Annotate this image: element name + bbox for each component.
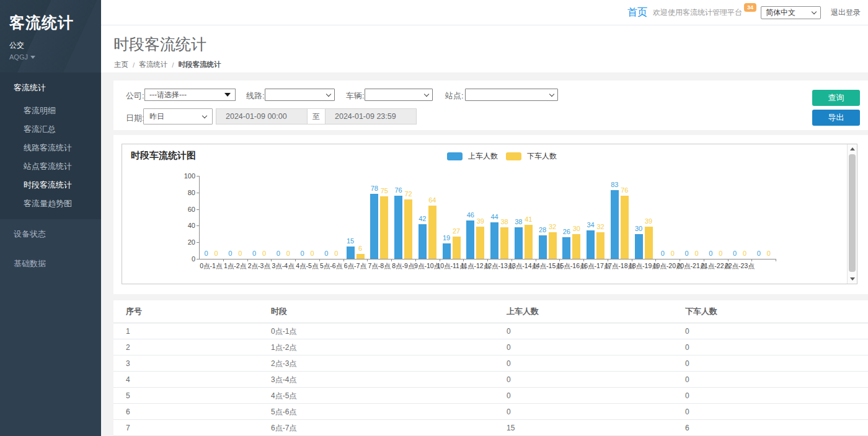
table-header-row: 序号时段上车人数下车人数 — [113, 300, 868, 323]
table-cell: 4 — [126, 375, 130, 384]
sidebar-item-客流明细[interactable]: 客流明细 — [0, 102, 101, 120]
table-cell: 0 — [507, 359, 511, 368]
sidebar-section-header[interactable]: 客流统计 — [0, 72, 101, 102]
query-button[interactable]: 查询 — [812, 90, 860, 106]
x-axis-tick — [367, 259, 368, 261]
table-row: 76点-7点156 — [113, 420, 868, 436]
table-cell: 0 — [685, 408, 689, 416]
chart-bar — [621, 196, 629, 259]
table-cell: 0 — [507, 343, 511, 352]
table-cell: 2 — [126, 343, 130, 352]
language-select[interactable]: 简体中文 — [761, 6, 821, 19]
topbar: 首页 欢迎使用客流统计管理平台 34 简体中文 退出登录 — [101, 0, 868, 25]
x-axis-tick — [247, 259, 248, 261]
chart-bar — [466, 220, 474, 259]
table-cell: 3点-4点 — [271, 374, 296, 385]
table-cell: 6点-7点 — [271, 422, 296, 433]
chart-bar — [596, 232, 604, 259]
y-axis-tick-label: 60 — [173, 206, 195, 213]
table-cell: 5点-6点 — [271, 406, 296, 417]
chart-bar — [490, 222, 498, 259]
x-axis-tick — [728, 259, 728, 261]
y-axis-tick-label: 80 — [173, 189, 195, 196]
line-label: 线路: — [246, 90, 265, 102]
x-axis-tick — [632, 259, 632, 261]
x-axis-tick — [319, 259, 320, 261]
x-axis-tick — [776, 259, 776, 261]
breadcrumb-item: 时段客流统计 — [178, 60, 221, 69]
table-cell: 4点-5点 — [271, 390, 296, 401]
breadcrumb-item[interactable]: 主页 — [114, 60, 128, 69]
chart-bar-value: 27 — [448, 227, 464, 235]
chart-panel: 时段车流统计图 上车人数下车人数 020406080100000点-1点001点… — [113, 135, 868, 294]
x-axis-tick — [536, 259, 536, 261]
sidebar-item-时段客流统计[interactable]: 时段客流统计 — [0, 176, 101, 194]
x-axis-tick — [512, 259, 512, 261]
sidebar-item-客流汇总[interactable]: 客流汇总 — [0, 120, 101, 139]
x-axis-tick — [463, 259, 464, 261]
chart-bar — [443, 243, 451, 259]
date-label: 日期: — [126, 113, 144, 124]
logout-link[interactable]: 退出登录 — [831, 7, 861, 18]
sidebar-item-客流量趋势图[interactable]: 客流量趋势图 — [0, 194, 101, 213]
scrollbar-thumb[interactable] — [849, 154, 856, 272]
chart-bar — [428, 206, 436, 259]
vehicle-label: 车辆: — [346, 90, 365, 102]
chart-bar — [515, 227, 523, 259]
station-select[interactable] — [465, 89, 558, 101]
line-select[interactable] — [265, 89, 335, 101]
chart-scrollbar[interactable] — [847, 144, 857, 284]
y-axis-tick-label: 100 — [173, 172, 195, 180]
chart-bar-value: 39 — [640, 217, 657, 225]
chart-bar-value: 6 — [352, 245, 368, 252]
breadcrumb-item[interactable]: 客流统计 — [139, 60, 167, 69]
table-cell: 0 — [507, 408, 511, 416]
chart-bar-value: 0 — [761, 250, 777, 257]
home-link[interactable]: 首页 — [627, 6, 647, 19]
chart-bar — [539, 235, 547, 259]
sidebar-item-设备状态[interactable]: 设备状态 — [0, 219, 101, 249]
date-range-separator: 至 — [308, 108, 325, 124]
company-select[interactable]: ---请选择--- — [144, 89, 236, 101]
x-axis-tick — [271, 259, 272, 261]
table-cell: 1 — [126, 327, 130, 336]
table-cell: 0点-1点 — [271, 326, 296, 336]
table-cell: 2点-3点 — [271, 358, 296, 368]
scroll-up-button[interactable] — [848, 144, 857, 154]
org-code-dropdown[interactable]: AQGJ — [9, 53, 101, 61]
table-cell: 0 — [507, 327, 511, 336]
table-cell: 0 — [685, 375, 689, 384]
app-logo-title: 客流统计 — [9, 12, 101, 33]
scroll-down-button[interactable] — [848, 274, 857, 284]
table-cell: 0 — [685, 343, 689, 352]
export-button[interactable]: 导出 — [812, 110, 860, 126]
table-cell: 0 — [507, 391, 511, 400]
sidebar-item-基础数据[interactable]: 基础数据 — [0, 249, 101, 279]
vehicle-select[interactable] — [365, 89, 433, 101]
sidebar-section-passenger-stats: 客流统计 客流明细客流汇总线路客流统计站点客流统计时段客流统计客流量趋势图 — [0, 72, 101, 219]
sidebar-item-线路客流统计[interactable]: 线路客流统计 — [0, 139, 101, 157]
triangle-down-icon — [850, 277, 855, 281]
date-preset-select[interactable]: 昨日 — [143, 108, 213, 124]
sidebar-logo-area: 客流统计 公交 AQGJ — [0, 0, 101, 72]
breadcrumb: 主页/客流统计/时段客流统计 — [114, 60, 868, 69]
date-preset-value: 昨日 — [149, 111, 164, 122]
table-cell: 15 — [507, 424, 515, 432]
chart-bar-value: 72 — [401, 190, 417, 198]
x-axis-tick — [415, 259, 416, 261]
x-axis-tick — [608, 259, 608, 261]
chevron-down-icon — [549, 91, 554, 96]
dropdown-arrow-icon — [224, 93, 231, 97]
page-title: 时段客流统计 — [113, 34, 868, 54]
table-cell: 0 — [507, 375, 511, 384]
x-axis-tick — [295, 259, 296, 261]
date-start-input[interactable]: 2024-01-09 00:00 — [216, 108, 308, 124]
date-end-input[interactable]: 2024-01-09 23:59 — [325, 108, 417, 124]
sidebar-other-items: 设备状态基础数据 — [0, 219, 101, 279]
chart-bar — [635, 234, 643, 259]
x-axis-tick — [751, 259, 752, 261]
x-axis-tick — [583, 259, 584, 261]
language-select-value: 简体中文 — [766, 7, 795, 18]
chart-bar — [380, 196, 388, 259]
sidebar-item-站点客流统计[interactable]: 站点客流统计 — [0, 157, 101, 176]
